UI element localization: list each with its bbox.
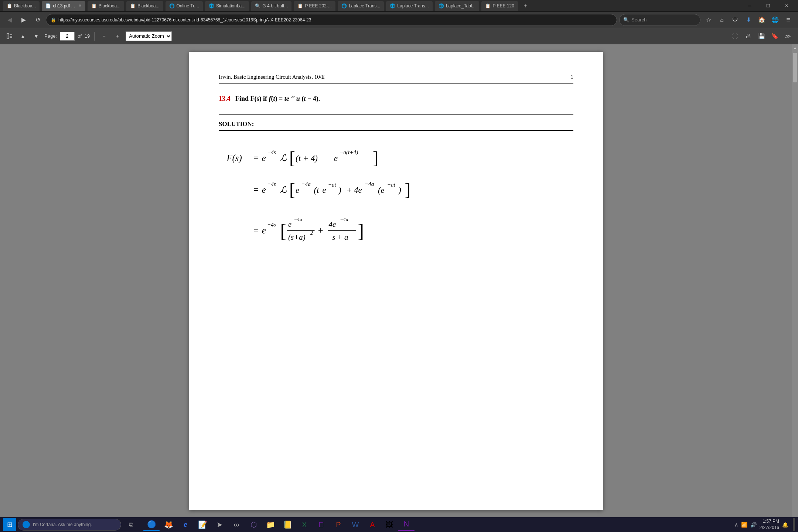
taskbar-infinity[interactable]: ∞ <box>228 518 245 531</box>
save-pdf-button[interactable]: 💾 <box>756 31 767 41</box>
search-bar[interactable]: 🔍 Search <box>619 14 700 26</box>
shield-button[interactable]: 🛡 <box>729 14 741 26</box>
new-tab-button[interactable]: + <box>520 1 531 10</box>
taskbar-network-icon[interactable]: 📶 <box>741 522 747 528</box>
tab-eee202[interactable]: 📋 P EEE 202-... <box>294 1 335 11</box>
taskbar-chrome[interactable]: 🔵 <box>143 518 160 531</box>
navigation-bar: ◀ ▶ ↺ 🔒 https://myasucourses.asu.edu/bbc… <box>0 12 798 28</box>
tab-favicon-5: 🌐 <box>169 3 175 8</box>
tab-simulation[interactable]: 🌐 SimulationLa... <box>205 1 249 11</box>
taskbar-arrow[interactable]: ➤ <box>211 518 228 531</box>
taskbar-onenote[interactable]: 🗒 <box>313 518 330 531</box>
tab-favicon-4: 📋 <box>130 3 136 8</box>
taskbar-notifications-icon[interactable]: 🔔 <box>782 522 788 528</box>
show-desktop-button[interactable] <box>793 518 795 531</box>
tab-laplace1[interactable]: 🌐 Laplace Trans... <box>338 1 384 11</box>
tab-eee120[interactable]: 📋 P EEE 120 <box>481 1 518 11</box>
math-solution: F(s) = e −4s ℒ [ (t + 4) e −a(t+4) ] <box>219 138 573 302</box>
download-button[interactable]: ⬇ <box>743 14 754 26</box>
taskbar-word2[interactable]: W <box>347 518 364 531</box>
svg-text:(e: (e <box>378 185 385 195</box>
back-button[interactable]: ◀ <box>4 14 16 26</box>
taskbar-notepad[interactable]: 📒 <box>279 518 296 531</box>
taskbar-vs[interactable]: ⬡ <box>245 518 262 531</box>
page-label: Page: <box>44 33 57 39</box>
close-button[interactable]: ✕ <box>778 1 795 11</box>
tab-favicon-11: 🌐 <box>439 3 444 8</box>
cortana-search[interactable]: I'm Cortana. Ask me anything. <box>18 519 121 531</box>
clock-display[interactable]: 1:57 PM 2/27/2016 <box>760 518 779 531</box>
address-bar[interactable]: 🔒 https://myasucourses.asu.edu/bbcswebda… <box>46 14 617 26</box>
zoom-out-button[interactable]: － <box>99 31 109 41</box>
search-icon: 🔍 <box>623 17 629 23</box>
svg-text:−4s: −4s <box>267 221 276 228</box>
pdf-next-button[interactable]: ▼ <box>31 31 41 41</box>
pdf-sidebar-button[interactable] <box>4 31 15 41</box>
restore-button[interactable]: ❐ <box>760 1 777 11</box>
tab-favicon-9: 🌐 <box>341 3 347 8</box>
tab-4bit[interactable]: 🔍 G 4-bit buff... <box>251 1 291 11</box>
taskbar-firefox[interactable]: 🦊 <box>160 518 177 531</box>
tab-favicon-10: 🌐 <box>390 3 395 8</box>
tab-blackboard-3[interactable]: 📋 Blackboa... <box>88 1 124 11</box>
svg-text:[: [ <box>289 148 295 167</box>
svg-text:): ) <box>398 185 401 195</box>
menu-button[interactable]: ≡ <box>782 14 794 26</box>
taskbar-powerpoint[interactable]: P <box>330 518 347 531</box>
pdf-viewer[interactable]: Irwin, Basic Engineering Circuit Analysi… <box>0 44 792 517</box>
taskbar-folder[interactable]: 📁 <box>262 518 279 531</box>
zoom-select[interactable]: Automatic Zoom 50% 75% 100% 125% 150% 20… <box>126 31 172 41</box>
taskbar-excel[interactable]: X <box>296 518 313 531</box>
svg-text:ℒ: ℒ <box>280 153 287 163</box>
tab-favicon-3: 📋 <box>91 3 97 8</box>
pdf-prev-button[interactable]: ▲ <box>18 31 28 41</box>
home-button[interactable]: ⌂ <box>716 14 728 26</box>
tab-laplace2[interactable]: 🌐 Laplace Trans... <box>386 1 432 11</box>
pdf-bookmark-button[interactable]: 🔖 <box>769 31 780 41</box>
task-view-button[interactable]: ⧉ <box>123 518 139 531</box>
scroll-up-arrow[interactable]: ▲ <box>792 44 798 51</box>
scroll-bar-right[interactable]: ▲ <box>792 44 798 517</box>
taskbar-edge[interactable]: e <box>177 518 194 531</box>
reload-button[interactable]: ↺ <box>32 14 44 26</box>
tab-ch13pdf[interactable]: 📄 ch13.pdf ... ✕ <box>42 1 85 11</box>
taskbar-photos[interactable]: 🖼 <box>381 518 398 531</box>
svg-text:−4a: −4a <box>365 181 374 187</box>
tab-laplace-table[interactable]: 🌐 Laplace_Tabl... <box>435 1 480 11</box>
bookmark-star-button[interactable]: ☆ <box>703 14 715 26</box>
tab-label-6: SimulationLa... <box>216 3 245 8</box>
tab-label-2: ch13.pdf ... <box>53 3 75 8</box>
tab-blackboard-1[interactable]: 📋 Blackboa... <box>3 1 40 11</box>
minimize-button[interactable]: ─ <box>741 1 758 11</box>
taskbar-word[interactable]: 📝 <box>194 518 211 531</box>
pdf-more-button[interactable]: ≫ <box>782 31 794 41</box>
tab-close-2[interactable]: ✕ <box>78 3 82 8</box>
problem-statement: 13.4 Find F(s) if f(t) = te−at u (t − 4)… <box>219 95 573 103</box>
print-button[interactable]: 🖶 <box>743 31 754 41</box>
svg-rect-0 <box>7 34 9 39</box>
tab-blackboard-4[interactable]: 📋 Blackboa... <box>126 1 163 11</box>
home2-button[interactable]: 🏠 <box>756 14 768 26</box>
svg-text:F(s): F(s) <box>226 153 242 163</box>
tab-label-12: P EEE 120 <box>492 3 514 8</box>
svg-text:e: e <box>334 154 338 163</box>
svg-text:e: e <box>262 225 266 235</box>
svg-text:(s+a): (s+a) <box>288 233 306 242</box>
extensions-button[interactable]: 🌐 <box>769 14 781 26</box>
fullscreen-button[interactable]: ⛶ <box>729 31 740 41</box>
svg-text:4e: 4e <box>329 220 336 229</box>
forward-button[interactable]: ▶ <box>18 14 30 26</box>
zoom-in-button[interactable]: ＋ <box>112 31 123 41</box>
tab-label-4: Blackboa... <box>137 3 159 8</box>
taskbar-chevron-icon[interactable]: ∧ <box>734 522 738 528</box>
start-button[interactable]: ⊞ <box>3 518 16 531</box>
page-of: of <box>78 33 82 39</box>
taskbar-acrobat[interactable]: A <box>364 518 381 531</box>
tab-online-tu[interactable]: 🌐 Online Tu... <box>166 1 203 11</box>
textbook-title: Irwin, Basic Engineering Circuit Analysi… <box>219 74 325 80</box>
taskbar-onenote2[interactable]: N <box>398 518 415 531</box>
scroll-thumb[interactable] <box>793 53 797 82</box>
taskbar-speaker-icon[interactable]: 🔊 <box>750 522 757 528</box>
page-input[interactable] <box>60 32 75 41</box>
pinned-apps: 🔵 🦊 e 📝 ➤ ∞ ⬡ 📁 📒 X 🗒 P W A 🖼 N <box>143 518 415 531</box>
